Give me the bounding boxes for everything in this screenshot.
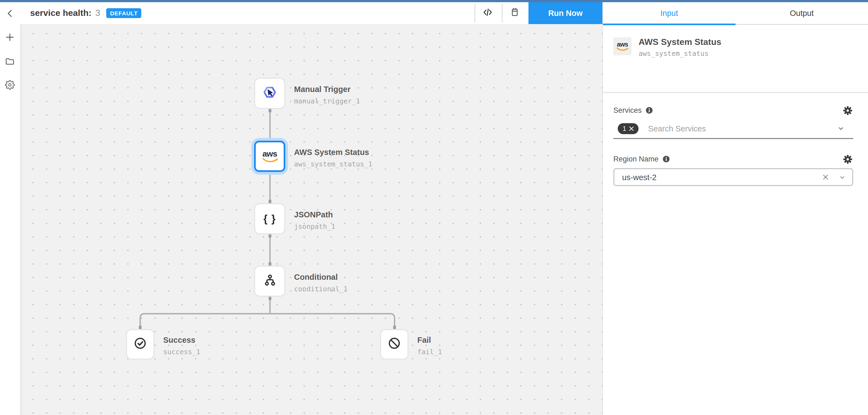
- folder-icon: [5, 56, 15, 68]
- node-id: jsonpath_1: [294, 222, 335, 230]
- services-label-row: Services: [613, 106, 852, 115]
- add-button[interactable]: [4, 33, 16, 44]
- settings-button[interactable]: [4, 81, 16, 91]
- info-icon[interactable]: [662, 156, 670, 163]
- manual-trigger-icon: [262, 85, 277, 102]
- playbook-editor: service health: 3 DEFAULT Run Now: [0, 0, 868, 415]
- aws-logo-icon: aws: [261, 150, 278, 163]
- calendar-icon: [510, 7, 520, 19]
- node-title: Conditional: [294, 273, 348, 281]
- top-accent-bar: [0, 0, 868, 2]
- run-now-button[interactable]: Run Now: [528, 2, 602, 24]
- inspector-panel: Input Output aws AWS System Status aws_s…: [602, 2, 868, 415]
- default-badge: DEFAULT: [106, 8, 142, 18]
- node-fail: Fail fail_1: [380, 329, 408, 360]
- tab-output[interactable]: Output: [736, 2, 868, 24]
- code-icon: [482, 7, 493, 20]
- node-id: conditional_1: [294, 285, 348, 293]
- files-button[interactable]: [4, 57, 16, 68]
- services-label: Services: [613, 106, 642, 115]
- node-id: fail_1: [417, 348, 442, 356]
- node-id: manual_trigger_1: [294, 97, 360, 105]
- header-divider: [474, 4, 475, 23]
- inspector-header: aws AWS System Status aws_system_status …: [603, 25, 868, 69]
- node-manual-trigger-card[interactable]: [254, 78, 285, 109]
- playbook-run-count: 3: [95, 8, 100, 18]
- node-jsonpath: { } JSONPath jsonpath_1: [254, 203, 285, 234]
- node-labels: Conditional conditional_1: [294, 273, 348, 293]
- node-labels: JSONPath jsonpath_1: [294, 210, 335, 230]
- region-settings-gear-icon[interactable]: [843, 154, 852, 164]
- inspector-title: AWS System Status: [639, 37, 721, 47]
- node-id: success_1: [163, 348, 200, 356]
- block-icon: [388, 337, 401, 352]
- inspector-tabs: Input Output: [603, 2, 868, 25]
- aws-logo-icon: aws: [616, 41, 629, 51]
- chevron-down-icon[interactable]: [837, 125, 844, 132]
- node-aws-system-status: aws AWS System Status aws_system_status_…: [254, 141, 285, 172]
- branch-icon: [262, 273, 277, 289]
- node-success-card[interactable]: [126, 329, 154, 360]
- region-label-row: Region Name: [613, 155, 852, 163]
- clear-icon[interactable]: [822, 173, 829, 181]
- node-labels: Fail fail_1: [417, 336, 442, 356]
- divider: [603, 92, 868, 93]
- header-divider: [502, 4, 503, 23]
- inspector-subtitle: aws_system_status: [639, 49, 709, 58]
- workflow-canvas[interactable]: Manual Trigger manual_trigger_1 aws AWS …: [20, 24, 602, 415]
- info-icon[interactable]: [646, 107, 653, 114]
- node-labels: Manual Trigger manual_trigger_1: [294, 85, 360, 105]
- node-conditional-card[interactable]: [254, 265, 285, 297]
- node-aws-system-status-card[interactable]: aws: [254, 141, 285, 172]
- view-code-button[interactable]: [482, 8, 493, 19]
- tab-input[interactable]: Input: [603, 2, 736, 24]
- services-search-input[interactable]: [647, 124, 837, 133]
- plus-icon: [5, 32, 15, 44]
- node-jsonpath-card[interactable]: { }: [254, 203, 285, 234]
- node-title: Fail: [417, 336, 442, 344]
- node-success: Success success_1: [126, 329, 154, 360]
- chip-count: 1: [623, 125, 626, 132]
- chevron-left-icon: [5, 8, 14, 20]
- node-title: JSONPath: [294, 210, 335, 219]
- node-fail-card[interactable]: [380, 329, 408, 360]
- services-settings-gear-icon[interactable]: [843, 106, 852, 116]
- node-labels: Success success_1: [163, 336, 200, 356]
- playbook-title-group: service health: 3 DEFAULT: [30, 2, 142, 24]
- gear-icon: [5, 80, 15, 92]
- region-input[interactable]: [621, 172, 822, 182]
- node-conditional: Conditional conditional_1: [254, 265, 285, 297]
- header-bar: service health: 3 DEFAULT: [20, 2, 528, 24]
- services-select-field[interactable]: 1: [613, 119, 853, 139]
- node-title: Success: [163, 336, 200, 344]
- back-button[interactable]: [4, 9, 16, 20]
- check-circle-icon: [134, 337, 147, 352]
- region-label: Region Name: [613, 155, 658, 163]
- chevron-down-icon[interactable]: [839, 174, 845, 181]
- node-labels: AWS System Status aws_system_status_1: [294, 148, 372, 168]
- node-title: AWS System Status: [294, 148, 372, 157]
- region-select-field: [613, 168, 853, 186]
- schedule-button[interactable]: [509, 8, 520, 19]
- aws-app-tile: aws: [613, 37, 631, 55]
- left-sidebar: [0, 2, 20, 415]
- node-title: Manual Trigger: [294, 85, 360, 94]
- selected-services-chip: 1: [618, 123, 639, 134]
- chip-remove-icon[interactable]: [629, 126, 634, 131]
- node-manual-trigger: Manual Trigger manual_trigger_1: [254, 78, 285, 109]
- json-braces-icon: { }: [264, 213, 276, 225]
- playbook-title: service health:: [30, 8, 91, 18]
- node-id: aws_system_status_1: [294, 160, 372, 168]
